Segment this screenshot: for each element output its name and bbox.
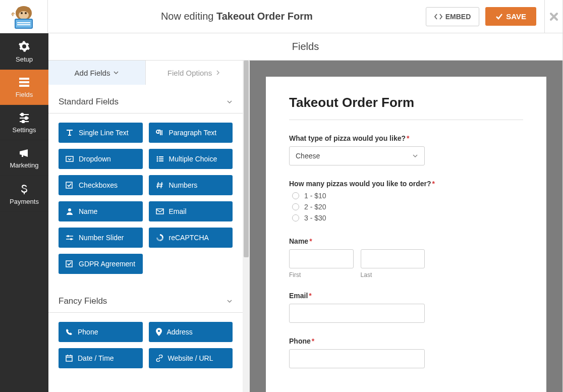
save-button[interactable]: SAVE bbox=[485, 7, 536, 26]
email-input[interactable] bbox=[289, 304, 425, 323]
tile-label: Dropdown bbox=[79, 155, 111, 163]
fields-panel: Add Fields Field Options Standard Fields… bbox=[48, 61, 250, 392]
tile-paragraph-text[interactable]: Paragraph Text bbox=[149, 123, 233, 143]
tile-gdpr-agreement[interactable]: GDPR Agreement bbox=[59, 254, 143, 274]
last-name-input[interactable] bbox=[361, 249, 425, 268]
close-icon bbox=[549, 12, 558, 21]
svg-rect-24 bbox=[159, 160, 163, 161]
svg-rect-10 bbox=[19, 81, 29, 83]
required-mark: * bbox=[407, 134, 409, 142]
svg-point-26 bbox=[68, 208, 71, 211]
tile-email[interactable]: Email bbox=[149, 201, 233, 221]
svg-point-17 bbox=[22, 121, 25, 123]
first-name-input[interactable] bbox=[289, 249, 354, 268]
radio-icon bbox=[292, 192, 299, 199]
last-sublabel: Last bbox=[361, 271, 425, 278]
phone-input[interactable] bbox=[289, 349, 425, 368]
tile-label: Paragraph Text bbox=[169, 129, 217, 137]
sidebar-label: Settings bbox=[2, 126, 46, 134]
tile-name[interactable]: Name bbox=[59, 201, 143, 221]
chevron-down-icon bbox=[412, 153, 418, 159]
radio-label: 1 - $10 bbox=[304, 192, 326, 200]
dropdown-icon bbox=[66, 155, 74, 162]
tile-dropdown[interactable]: Dropdown bbox=[59, 149, 143, 169]
tab-add-fields[interactable]: Add Fields bbox=[48, 61, 145, 85]
form-paper: Takeout Order Form What type of pizza wo… bbox=[266, 77, 546, 392]
required-mark: * bbox=[309, 237, 312, 245]
label-pizza-type: What type of pizza would you like?* bbox=[289, 134, 523, 142]
tile-phone[interactable]: Phone bbox=[59, 322, 143, 342]
form-name: Takeout Order Form bbox=[216, 11, 313, 22]
section-fancy-fields[interactable]: Fancy Fields bbox=[48, 284, 243, 313]
radio-option-2[interactable]: 2 - $20 bbox=[292, 203, 523, 211]
standard-fields-grid: Single Line Text Paragraph Text Dropdown… bbox=[48, 114, 243, 278]
svg-rect-11 bbox=[19, 85, 29, 87]
label-pizza-count: How many pizzas would you like to order?… bbox=[289, 180, 523, 188]
form-title: Takeout Order Form bbox=[289, 95, 523, 110]
tab-label: Field Options bbox=[167, 69, 212, 77]
section-title: Fancy Fields bbox=[59, 296, 107, 306]
panel-scrollbar[interactable] bbox=[243, 61, 250, 392]
tile-date-time[interactable]: Date / Time bbox=[59, 348, 143, 368]
section-standard-fields[interactable]: Standard Fields bbox=[48, 85, 243, 114]
sidebar-label: Setup bbox=[2, 55, 46, 63]
sidebar-item-payments[interactable]: Payments bbox=[0, 176, 48, 212]
tile-numbers[interactable]: Numbers bbox=[149, 175, 233, 195]
page-title: Now editing Takeout Order Form bbox=[48, 11, 426, 22]
tile-label: reCAPTCHA bbox=[169, 234, 209, 242]
panel-tabs: Add Fields Field Options bbox=[48, 61, 243, 85]
sidebar-item-marketing[interactable]: Marketing bbox=[0, 140, 48, 176]
gear-icon bbox=[18, 40, 30, 52]
tile-label: GDPR Agreement bbox=[79, 260, 135, 268]
paragraph-icon bbox=[156, 129, 164, 136]
tile-label: Multiple Choice bbox=[169, 155, 217, 163]
editing-prefix: Now editing bbox=[161, 11, 216, 22]
map-pin-icon bbox=[156, 328, 162, 336]
svg-point-3 bbox=[19, 11, 29, 19]
embed-button[interactable]: EMBED bbox=[426, 7, 480, 26]
radio-label: 3 - $30 bbox=[304, 214, 326, 222]
sidebar-item-settings[interactable]: Settings bbox=[0, 105, 48, 140]
tile-multiple-choice[interactable]: Multiple Choice bbox=[149, 149, 233, 169]
svg-point-5 bbox=[25, 12, 27, 14]
close-button[interactable] bbox=[544, 0, 562, 33]
pizza-type-select[interactable]: Cheese bbox=[289, 146, 425, 165]
embed-label: EMBED bbox=[445, 13, 471, 21]
save-label: SAVE bbox=[506, 12, 526, 21]
label-text: Email bbox=[289, 292, 308, 300]
top-header: Now editing Takeout Order Form EMBED SAV… bbox=[0, 0, 562, 33]
header-actions: EMBED SAVE bbox=[426, 7, 544, 26]
tile-number-slider[interactable]: Number Slider bbox=[59, 228, 143, 248]
radio-option-1[interactable]: 1 - $10 bbox=[292, 192, 523, 200]
label-phone: Phone* bbox=[289, 337, 523, 345]
svg-point-23 bbox=[156, 160, 158, 162]
tile-recaptcha[interactable]: reCAPTCHA bbox=[149, 228, 233, 248]
required-mark: * bbox=[432, 180, 435, 188]
tile-checkboxes[interactable]: Checkboxes bbox=[59, 175, 143, 195]
select-value: Cheese bbox=[296, 152, 320, 160]
divider bbox=[289, 120, 523, 120]
radio-icon bbox=[292, 203, 299, 210]
required-mark: * bbox=[309, 292, 311, 300]
scrollbar-thumb[interactable] bbox=[244, 61, 249, 257]
recaptcha-icon bbox=[156, 234, 164, 242]
svg-point-15 bbox=[25, 117, 28, 120]
sidebar-item-fields[interactable]: Fields bbox=[0, 70, 48, 105]
chevron-down-icon bbox=[227, 298, 233, 304]
radio-label: 2 - $20 bbox=[304, 203, 326, 211]
tile-website-url[interactable]: Website / URL bbox=[149, 348, 233, 368]
svg-rect-9 bbox=[19, 78, 29, 80]
tile-label: Date / Time bbox=[78, 354, 114, 362]
tile-label: Email bbox=[169, 207, 187, 215]
tile-label: Name bbox=[79, 207, 97, 215]
calendar-icon bbox=[66, 355, 73, 362]
sidebar-item-setup[interactable]: Setup bbox=[0, 33, 48, 70]
radio-option-3[interactable]: 3 - $30 bbox=[292, 214, 523, 222]
sidebar-label: Fields bbox=[2, 91, 46, 98]
chevron-down-icon bbox=[227, 99, 233, 105]
tile-address[interactable]: Address bbox=[149, 322, 233, 342]
tab-field-options[interactable]: Field Options bbox=[145, 61, 243, 85]
tile-single-line-text[interactable]: Single Line Text bbox=[59, 123, 143, 143]
svg-rect-32 bbox=[66, 261, 72, 267]
svg-point-13 bbox=[21, 114, 24, 116]
